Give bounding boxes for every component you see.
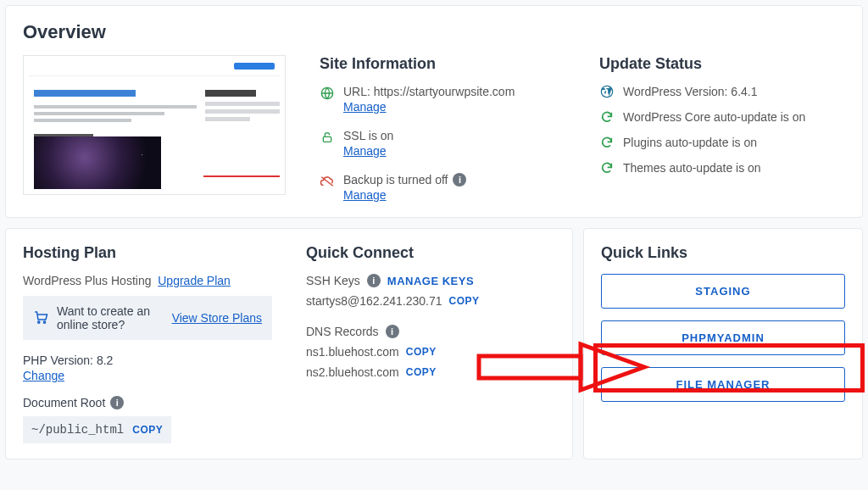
core-update-row: WordPress Core auto-update is on — [599, 110, 845, 124]
ssl-manage-link[interactable]: Manage — [343, 144, 387, 158]
file-manager-button[interactable]: FILE MANAGER — [601, 367, 845, 402]
backup-text: Backup is turned off — [343, 173, 448, 187]
svg-point-4 — [43, 320, 45, 322]
php-change-link[interactable]: Change — [23, 369, 64, 382]
ssh-value: startys8@162.241.230.71 — [306, 294, 442, 308]
site-thumbnail[interactable] — [23, 55, 286, 195]
ns2-value: ns2.bluehost.com — [306, 365, 399, 379]
themes-update-text: Themes auto-update is on — [623, 161, 761, 175]
hosting-heading: Hosting Plan — [23, 244, 272, 262]
docroot-box: ~/public_html COPY — [23, 416, 171, 443]
staging-button[interactable]: STAGING — [601, 274, 845, 309]
wp-version-row: WordPress Version: 6.4.1 — [599, 85, 845, 98]
info-icon[interactable]: i — [453, 173, 466, 187]
site-info-heading: Site Information — [320, 55, 565, 73]
url-row: URL: https://startyourwpsite.com Manage — [320, 85, 565, 114]
ssl-row: SSL is on Manage — [320, 129, 565, 158]
update-status-heading: Update Status — [599, 55, 845, 73]
docroot-value: ~/public_html — [31, 423, 124, 437]
store-promo: Want to create an online store? View Sto… — [23, 296, 272, 340]
info-icon[interactable]: i — [386, 325, 399, 338]
themes-update-row: Themes auto-update is on — [599, 161, 845, 175]
ns1-copy-button[interactable]: COPY — [406, 346, 437, 358]
store-prompt-text: Want to create an online store? — [57, 304, 164, 331]
docroot-label: Document Root — [23, 396, 105, 409]
cloud-off-icon — [320, 173, 335, 188]
ns2-copy-button[interactable]: COPY — [406, 366, 437, 378]
plugins-update-row: Plugins auto-update is on — [599, 136, 845, 149]
backup-row: Backup is turned off i Manage — [320, 173, 565, 202]
info-icon[interactable]: i — [367, 274, 381, 287]
core-update-text: WordPress Core auto-update is on — [623, 110, 805, 124]
phpmyadmin-button[interactable]: PHPMYADMIN — [601, 320, 845, 355]
plan-name: WordPress Plus Hosting — [23, 274, 151, 287]
wordpress-icon — [599, 85, 615, 98]
info-icon[interactable]: i — [110, 396, 124, 409]
quick-links-panel: Quick Links STAGING PHPMYADMIN FILE MANA… — [583, 228, 863, 459]
dns-records-label: DNS Records — [306, 325, 379, 338]
lock-icon — [320, 129, 335, 144]
svg-point-3 — [38, 320, 40, 322]
overview-heading: Overview — [23, 21, 845, 43]
refresh-icon — [599, 136, 615, 149]
quick-links-heading: Quick Links — [601, 244, 845, 262]
refresh-icon — [599, 161, 615, 175]
upgrade-plan-link[interactable]: Upgrade Plan — [158, 274, 231, 287]
quick-connect-heading: Quick Connect — [306, 244, 555, 262]
backup-manage-link[interactable]: Manage — [343, 188, 387, 202]
globe-icon — [320, 85, 335, 100]
cart-icon — [33, 309, 48, 327]
overview-panel: Overview Site Information — [5, 5, 863, 218]
manage-keys-link[interactable]: MANAGE KEYS — [387, 275, 474, 287]
php-version-text: PHP Version: 8.2 — [23, 354, 272, 367]
view-store-plans-link[interactable]: View Store Plans — [172, 311, 262, 325]
ns1-value: ns1.bluehost.com — [306, 345, 399, 359]
url-text: URL: https://startyourwpsite.com — [343, 85, 515, 98]
docroot-copy-button[interactable]: COPY — [132, 424, 163, 436]
hosting-panel: Hosting Plan WordPress Plus Hosting Upgr… — [5, 228, 573, 459]
ssh-copy-button[interactable]: COPY — [449, 295, 480, 307]
ssh-keys-label: SSH Keys — [306, 274, 360, 287]
plugins-update-text: Plugins auto-update is on — [623, 136, 757, 149]
refresh-icon — [599, 110, 615, 124]
wp-version-text: WordPress Version: 6.4.1 — [623, 85, 757, 98]
url-manage-link[interactable]: Manage — [343, 100, 387, 114]
svg-rect-1 — [323, 136, 331, 142]
ssl-text: SSL is on — [343, 129, 393, 142]
